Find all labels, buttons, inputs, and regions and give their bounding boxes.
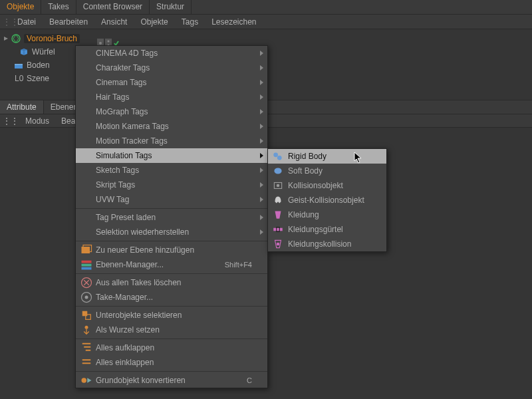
menu-ansicht[interactable]: Ansicht bbox=[96, 16, 132, 28]
ctx-aufklappen[interactable]: Alles aufklappen bbox=[76, 340, 267, 355]
chevron-right-icon bbox=[260, 65, 263, 70]
ctx-ebenen-manager[interactable]: Ebenen-Manager...Shift+F4 bbox=[76, 257, 267, 272]
svg-rect-27 bbox=[273, 228, 283, 231]
make-editable-icon bbox=[80, 375, 93, 386]
expand-toggle-icon[interactable] bbox=[4, 37, 8, 41]
svg-point-22 bbox=[273, 152, 278, 157]
select-children-icon bbox=[80, 310, 93, 321]
sub-soft-body[interactable]: Soft Body bbox=[268, 164, 386, 178]
ctx-hair-tags[interactable]: Hair Tags bbox=[76, 90, 267, 104]
ctx-skript-tags[interactable]: Skript Tags bbox=[76, 178, 267, 192]
ctx-motion-kamera-tags[interactable]: Motion Kamera Tags bbox=[76, 119, 267, 134]
separator bbox=[76, 306, 267, 307]
collapse-all-icon bbox=[80, 357, 93, 368]
chevron-right-icon bbox=[260, 229, 263, 235]
soft-body-icon bbox=[272, 166, 284, 176]
menu-datei[interactable]: Datei bbox=[12, 16, 41, 28]
separator bbox=[76, 338, 267, 339]
tree-item-voronoi[interactable]: Voronoi-Bruch bbox=[0, 32, 532, 45]
chevron-right-icon bbox=[260, 80, 263, 85]
tab-struktur[interactable]: Struktur bbox=[150, 0, 192, 14]
ctx-als-wurzel[interactable]: Als Wurzel setzen bbox=[76, 323, 267, 337]
chevron-right-icon bbox=[260, 168, 263, 173]
ctx-charakter-tags[interactable]: Charakter Tags bbox=[76, 61, 267, 75]
tab-takes[interactable]: Takes bbox=[41, 0, 76, 14]
tree-item-label: Würfel bbox=[32, 47, 55, 57]
tab-content-browser[interactable]: Content Browser bbox=[76, 0, 150, 14]
chevron-right-icon bbox=[260, 94, 263, 100]
cube-icon bbox=[19, 47, 29, 57]
separator bbox=[76, 208, 267, 209]
ctx-cinema4d-tags[interactable]: CINEMA 4D Tags bbox=[76, 46, 267, 61]
cloth-belt-icon bbox=[272, 224, 284, 235]
ctx-einklappen[interactable]: Alles einklappen bbox=[76, 355, 267, 370]
svg-point-6 bbox=[99, 42, 102, 45]
drag-grip-icon: ⋮⋮ bbox=[3, 116, 19, 126]
ctx-grundobjekt[interactable]: Grundobjekt konvertierenC bbox=[76, 373, 267, 388]
svg-point-21 bbox=[82, 378, 87, 383]
ctx-sketch-tags[interactable]: Sketch Tags bbox=[76, 163, 267, 178]
tree-item-label: Szene bbox=[27, 74, 49, 83]
expand-all-icon bbox=[80, 342, 93, 353]
layer-manager-icon bbox=[80, 259, 93, 270]
panel-tabs: Objekte Takes Content Browser Struktur bbox=[0, 0, 532, 15]
sub-kleidungskollision[interactable]: Kleidungskollision bbox=[268, 237, 386, 251]
mouse-cursor-icon bbox=[354, 152, 363, 164]
svg-text:L0: L0 bbox=[15, 74, 24, 83]
shortcut-text: C bbox=[247, 376, 252, 384]
ctx-selektion[interactable]: Selektion wiederherstellen bbox=[76, 225, 267, 239]
svg-point-8 bbox=[108, 41, 110, 43]
rigid-body-icon bbox=[272, 151, 284, 162]
drag-grip-icon: ⋮⋮ bbox=[3, 17, 9, 27]
ctx-preset-laden[interactable]: Tag Preset laden bbox=[76, 210, 267, 225]
floor-icon bbox=[13, 60, 24, 70]
chevron-right-icon bbox=[260, 51, 263, 56]
ctx-uvw-tag[interactable]: UVW Tag bbox=[76, 192, 267, 207]
sub-kollisionsobjekt[interactable]: Kollisionsobjekt bbox=[268, 178, 386, 193]
chevron-right-icon bbox=[260, 215, 263, 220]
ctx-take-manager[interactable]: Take-Manager... bbox=[76, 290, 267, 305]
svg-point-23 bbox=[277, 156, 282, 160]
shortcut-text: Shift+F4 bbox=[225, 261, 252, 269]
svg-rect-3 bbox=[15, 64, 23, 65]
chevron-right-icon bbox=[260, 182, 263, 188]
cloth-icon bbox=[272, 209, 284, 220]
ctx-simulation-tags[interactable]: Simulation Tags bbox=[76, 148, 267, 163]
tab-attribute[interactable]: Attribute bbox=[0, 100, 44, 114]
svg-point-20 bbox=[85, 326, 88, 329]
take-delete-icon bbox=[80, 277, 93, 288]
svg-marker-0 bbox=[4, 37, 8, 41]
tab-objekte[interactable]: Objekte bbox=[0, 0, 41, 14]
tree-item-label: Voronoi-Bruch bbox=[24, 34, 80, 43]
svg-rect-12 bbox=[82, 261, 92, 263]
menu-lesezeichen[interactable]: Lesezeichen bbox=[206, 16, 261, 28]
attr-menu-modus[interactable]: Modus bbox=[20, 115, 55, 127]
layer-add-icon bbox=[80, 245, 93, 255]
take-manager-icon bbox=[80, 292, 93, 303]
scene-icon: L0 bbox=[13, 73, 24, 84]
menu-tags[interactable]: Tags bbox=[176, 16, 203, 28]
object-manager-menubar: ⋮⋮ Datei Bearbeiten Ansicht Objekte Tags… bbox=[0, 15, 532, 29]
chevron-right-icon bbox=[260, 197, 263, 202]
sub-geist-kollision[interactable]: Geist-Kollisionsobjekt bbox=[268, 193, 386, 207]
sub-kleidungsguertel[interactable]: Kleidungsgürtel bbox=[268, 222, 386, 237]
svg-point-19 bbox=[85, 296, 88, 299]
ctx-cineman-tags[interactable]: Cineman Tags bbox=[76, 75, 267, 90]
separator bbox=[76, 241, 267, 241]
svg-rect-2 bbox=[15, 65, 23, 68]
svg-point-29 bbox=[277, 243, 280, 246]
chevron-right-icon bbox=[260, 109, 263, 114]
ctx-mograph-tags[interactable]: MoGraph Tags bbox=[76, 104, 267, 119]
menu-objekte[interactable]: Objekte bbox=[135, 16, 173, 28]
ctx-unterobjekte[interactable]: Unterobjekte selektieren bbox=[76, 308, 267, 323]
cloth-collider-icon bbox=[272, 239, 284, 249]
menu-bearbeiten[interactable]: Bearbeiten bbox=[44, 16, 93, 28]
sub-rigid-body[interactable]: Rigid Body bbox=[268, 149, 386, 164]
context-menu[interactable]: CINEMA 4D Tags Charakter Tags Cineman Ta… bbox=[75, 45, 268, 388]
ctx-alle-takes[interactable]: Aus allen Takes löschen bbox=[76, 275, 267, 290]
context-submenu-simulation[interactable]: Rigid Body Soft Body Kollisionsobjekt Ge… bbox=[267, 148, 387, 252]
ctx-neue-ebene[interactable]: Zu neuer Ebene hinzufügen bbox=[76, 243, 267, 257]
sub-kleidung[interactable]: Kleidung bbox=[268, 207, 386, 222]
ctx-motion-tracker-tags[interactable]: Motion Tracker Tags bbox=[76, 134, 267, 148]
chevron-right-icon bbox=[260, 124, 263, 129]
